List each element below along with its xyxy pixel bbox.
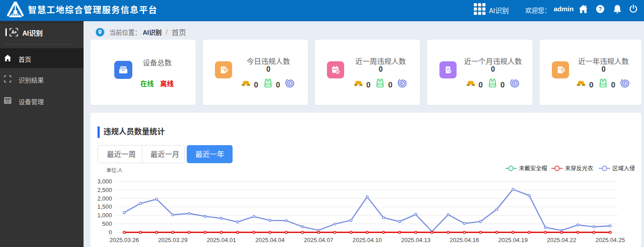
svg-text:2025.04.10: 2025.04.10 (352, 237, 382, 243)
svg-text:1,500: 1,500 (97, 203, 112, 210)
svg-text:单位:人: 单位:人 (107, 166, 123, 174)
svg-text:500: 500 (102, 220, 112, 227)
svg-text:2025.04.13: 2025.04.13 (401, 237, 430, 243)
svg-text:违规人员数量统计: 违规人员数量统计 (103, 125, 165, 137)
svg-text:未戴安全帽: 未戴安全帽 (519, 164, 547, 172)
svg-text:2025.04.19: 2025.04.19 (498, 237, 527, 243)
svg-text:2025.04.22: 2025.04.22 (547, 237, 576, 243)
svg-text:最近一年: 最近一年 (195, 148, 224, 159)
svg-text:2025.03.26: 2025.03.26 (109, 237, 139, 243)
svg-text:2025.04.25: 2025.04.25 (596, 237, 625, 243)
svg-text:2025.04.04: 2025.04.04 (255, 237, 285, 243)
svg-text:2,000: 2,000 (97, 195, 112, 202)
svg-text:0: 0 (109, 229, 112, 236)
svg-text:最近一周: 最近一周 (107, 148, 135, 159)
svg-text:最近一月: 最近一月 (150, 148, 179, 159)
svg-text:未穿反光衣: 未穿反光衣 (565, 164, 593, 172)
svg-text:3,000: 3,000 (97, 178, 112, 185)
svg-text:2025.04.07: 2025.04.07 (304, 237, 333, 243)
svg-text:2025.04.16: 2025.04.16 (450, 237, 479, 243)
svg-text:2025.03.29: 2025.03.29 (158, 237, 187, 243)
svg-text:2,500: 2,500 (97, 187, 112, 193)
svg-text:2025.04.01: 2025.04.01 (207, 237, 236, 243)
svg-text:1,000: 1,000 (97, 212, 112, 219)
svg-text:区域入侵: 区域入侵 (612, 164, 635, 172)
